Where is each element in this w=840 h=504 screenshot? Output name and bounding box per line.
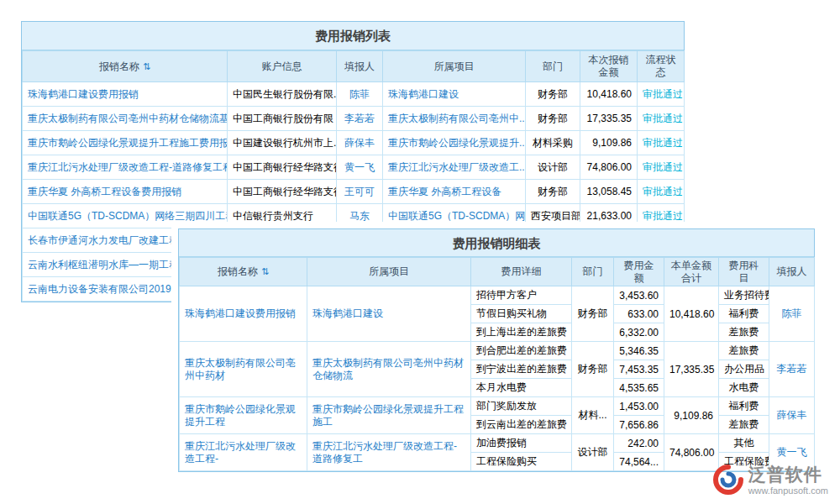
detail-column-header: 本单金额合计 xyxy=(664,258,719,286)
detail-name-cell[interactable]: 重庆太极制药有限公司亳州中药材 xyxy=(180,342,307,397)
reimburse-name-cell[interactable]: 重庆市鹅岭公园绿化景观提升工程施工费用报销 xyxy=(23,131,228,155)
status-badge[interactable]: 审批通过 xyxy=(638,131,685,155)
total-amount-cell: 17,335.35 xyxy=(664,342,719,397)
logo-url: www.fanpusoft.com xyxy=(748,486,828,496)
total-amount-cell: 9,109.86 xyxy=(664,397,719,434)
expense-detail-cell: 工程保险购买 xyxy=(471,453,572,471)
expense-subject-cell: 福利费 xyxy=(719,397,769,416)
amount-cell: 13,058.45 xyxy=(580,180,638,204)
project-cell[interactable]: 珠海鹤港口建设 xyxy=(383,82,526,107)
list-column-header: 所属项目 xyxy=(383,51,526,82)
department-cell: 财务部 xyxy=(526,180,580,204)
expense-detail-cell: 到合肥出差的差旅费 xyxy=(471,342,572,360)
sort-icon[interactable]: ⇅ xyxy=(143,61,150,71)
list-row: 重庆市鹅岭公园绿化景观提升工程施工费用报销中国建设银行杭州市上...薛保丰重庆市… xyxy=(23,131,685,155)
detail-header-row: 报销名称⇅所属项目费用详细部门费用金额本单金额合计费用科目填报人 xyxy=(180,258,815,286)
filler-cell[interactable]: 李若若 xyxy=(769,342,815,397)
expense-subject-cell: 其他 xyxy=(719,434,769,453)
filler-cell[interactable]: 薛保丰 xyxy=(769,397,815,434)
status-badge[interactable]: 审批通过 xyxy=(638,155,685,180)
status-badge[interactable]: 审批通过 xyxy=(638,82,685,107)
detail-name-cell[interactable]: 重庆市鹅岭公园绿化景观提升工程 xyxy=(180,397,307,434)
fanpu-logo: 泛普软件 www.fanpusoft.com xyxy=(713,465,828,496)
amount-cell: 10,418.60 xyxy=(580,82,638,107)
expense-amount-cell: 7,656.86 xyxy=(614,416,664,434)
expense-amount-cell: 633.00 xyxy=(614,305,664,323)
detail-row: 重庆江北污水处理厂级改造工程-重庆江北污水处理厂级改造工程-道路修复工加油费报销… xyxy=(180,434,815,453)
filler-cell[interactable]: 陈菲 xyxy=(337,82,383,107)
sort-icon[interactable]: ⇅ xyxy=(261,266,269,276)
account-info-cell: 中国工商银行经华路支行 xyxy=(228,180,337,204)
expense-detail-cell: 加油费报销 xyxy=(471,434,572,453)
filler-cell[interactable]: 陈菲 xyxy=(769,286,815,342)
expense-detail-cell: 到云南出差的差旅费 xyxy=(471,416,572,434)
list-row: 重庆江北污水处理厂级改造工程-道路修复工程费用...中国工商银行经华路支行黄一飞… xyxy=(23,155,685,180)
detail-project-cell[interactable]: 珠海鹤港口建设 xyxy=(307,286,471,342)
list-header-row: 报销名称⇅账户信息填报人所属项目部门本次报销金额流程状态 xyxy=(23,51,685,82)
detail-column-header: 填报人 xyxy=(769,258,815,286)
expense-subject-cell: 差旅费 xyxy=(719,416,769,434)
expense-detail-cell: 部门奖励发放 xyxy=(471,397,572,416)
expense-amount-cell: 7,453.35 xyxy=(614,360,664,379)
list-column-header[interactable]: 报销名称⇅ xyxy=(23,51,228,82)
status-badge[interactable]: 审批通过 xyxy=(638,107,685,131)
reimburse-name-cell[interactable]: 重庆太极制药有限公司亳州中药材仓储物流基地项... xyxy=(23,107,228,131)
status-badge[interactable]: 审批通过 xyxy=(638,180,685,204)
expense-amount-cell: 74,564... xyxy=(614,453,664,471)
amount-cell: 9,109.86 xyxy=(580,131,638,155)
filler-cell[interactable]: 李若若 xyxy=(337,107,383,131)
expense-amount-cell: 242.00 xyxy=(614,434,664,453)
detail-column-header[interactable]: 报销名称⇅ xyxy=(180,258,307,286)
expense-amount-cell: 5,346.35 xyxy=(614,342,664,360)
department-cell: 材料... xyxy=(572,397,614,434)
department-cell: 财务部 xyxy=(572,342,614,397)
detail-row: 重庆市鹅岭公园绿化景观提升工程重庆市鹅岭公园绿化景观提升工程施工部门奖励发放材料… xyxy=(180,397,815,416)
detail-name-cell[interactable]: 重庆江北污水处理厂级改造工程- xyxy=(180,434,307,471)
detail-row: 珠海鹤港口建设费用报销珠海鹤港口建设招待甲方客户财务部3,453.6010,41… xyxy=(180,286,815,305)
detail-project-cell[interactable]: 重庆市鹅岭公园绿化景观提升工程施工 xyxy=(307,397,471,434)
list-row: 重庆华夏 外高桥工程设备费用报销中国工商银行经华路支行王可可重庆华夏 外高桥工程… xyxy=(23,180,685,204)
list-column-header: 部门 xyxy=(526,51,580,82)
expense-amount-cell: 6,332.00 xyxy=(614,323,664,342)
expense-detail-table: 报销名称⇅所属项目费用详细部门费用金额本单金额合计费用科目填报人 珠海鹤港口建设… xyxy=(179,257,815,471)
project-cell[interactable]: 重庆江北污水处理厂级改造工... xyxy=(383,155,526,180)
fanpu-logo-icon xyxy=(713,465,743,495)
department-cell: 财务部 xyxy=(572,286,614,342)
detail-column-header: 费用详细 xyxy=(471,258,572,286)
expense-amount-cell: 1,453.00 xyxy=(614,397,664,416)
amount-cell: 17,335.35 xyxy=(580,107,638,131)
reimburse-name-cell[interactable]: 重庆华夏 外高桥工程设备费用报销 xyxy=(23,180,228,204)
expense-subject-cell: 办公用品 xyxy=(719,360,769,379)
detail-column-header: 部门 xyxy=(572,258,614,286)
account-info-cell: 中国民生银行股份有限... xyxy=(228,82,337,107)
filler-cell[interactable]: 黄一飞 xyxy=(337,155,383,180)
expense-detail-cell: 节假日购买礼物 xyxy=(471,305,572,323)
detail-column-header: 费用金额 xyxy=(614,258,664,286)
amount-cell: 74,806.00 xyxy=(580,155,638,180)
expense-detail-cell: 招待甲方客户 xyxy=(471,286,572,305)
expense-detail-title: 费用报销明细表 xyxy=(179,229,814,257)
list-row: 珠海鹤港口建设费用报销中国民生银行股份有限...陈菲珠海鹤港口建设财务部10,4… xyxy=(23,82,685,107)
project-cell[interactable]: 重庆市鹅岭公园绿化景观提升... xyxy=(383,131,526,155)
detail-name-cell[interactable]: 珠海鹤港口建设费用报销 xyxy=(180,286,307,342)
department-cell: 设计部 xyxy=(572,434,614,471)
expense-detail-overlay: 费用报销明细表 报销名称⇅所属项目费用详细部门费用金额本单金额合计费用科目填报人… xyxy=(171,222,822,479)
reimburse-name-cell[interactable]: 珠海鹤港口建设费用报销 xyxy=(23,82,228,107)
project-cell[interactable]: 重庆太极制药有限公司亳州中... xyxy=(383,107,526,131)
list-row: 重庆太极制药有限公司亳州中药材仓储物流基地项...中国工商银行股份有限李若若重庆… xyxy=(23,107,685,131)
account-info-cell: 中国工商银行经华路支行 xyxy=(228,155,337,180)
detail-project-cell[interactable]: 重庆江北污水处理厂级改造工程-道路修复工 xyxy=(307,434,471,471)
expense-detail-cell: 本月水电费 xyxy=(471,379,572,397)
project-cell[interactable]: 重庆华夏 外高桥工程设备 xyxy=(383,180,526,204)
expense-subject-cell: 业务招待费 xyxy=(719,286,769,305)
reimburse-name-cell[interactable]: 重庆江北污水处理厂级改造工程-道路修复工程费用... xyxy=(23,155,228,180)
detail-project-cell[interactable]: 重庆太极制药有限公司亳州中药材仓储物流 xyxy=(307,342,471,397)
department-cell: 财务部 xyxy=(526,107,580,131)
filler-cell[interactable]: 王可可 xyxy=(337,180,383,204)
expense-subject-cell: 差旅费 xyxy=(719,342,769,360)
expense-amount-cell: 4,535.65 xyxy=(614,379,664,397)
filler-cell[interactable]: 薛保丰 xyxy=(337,131,383,155)
list-column-header: 账户信息 xyxy=(228,51,337,82)
list-column-header: 填报人 xyxy=(337,51,383,82)
list-column-header: 流程状态 xyxy=(638,51,685,82)
